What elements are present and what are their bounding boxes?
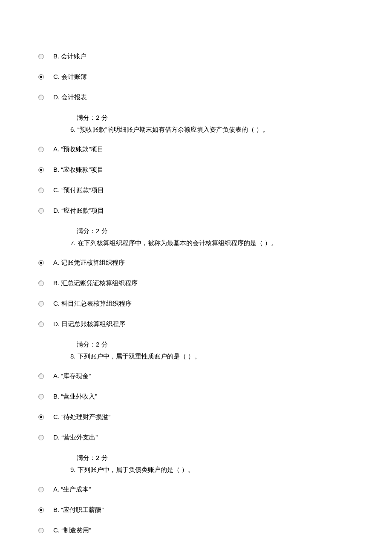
option-label: A. “生产成本”	[53, 484, 91, 494]
option-row[interactable]: C. “制造费用”	[38, 525, 354, 535]
question-stem: 在下列核算组织程序中，被称为最基本的会计核算组织程序的是（ ）。	[78, 239, 277, 246]
option-label: A. 记账凭证核算组织程序	[53, 257, 125, 268]
option-label: C. “待处理财产损溢”	[53, 412, 110, 422]
score-text: 满分：2 分	[77, 339, 354, 350]
radio-icon[interactable]	[38, 321, 44, 327]
score-text: 满分：2 分	[77, 113, 354, 123]
radio-icon[interactable]	[38, 167, 44, 173]
option-row[interactable]: B. “应收账款”项目	[38, 165, 354, 175]
question-text: 8. 下列账户中，属于双重性质账户的是（ ）。	[70, 351, 354, 361]
option-row[interactable]: B. “应付职工薪酬”	[38, 505, 354, 515]
score-text: 满分：2 分	[77, 453, 354, 463]
option-label: D. “应付账款”项目	[53, 205, 104, 216]
question-stem: 下列账户中，属于双重性质账户的是（ ）。	[78, 353, 201, 360]
radio-icon[interactable]	[38, 414, 44, 420]
radio-icon[interactable]	[38, 147, 44, 152]
radio-icon[interactable]	[38, 487, 44, 492]
radio-icon[interactable]	[38, 260, 44, 266]
question-text: 6. “预收账款”的明细账户期末如有借方余额应填入资产负债表的（ ）。	[70, 124, 354, 135]
option-label: B. “营业外收入”	[53, 391, 97, 402]
option-row[interactable]: A. “生产成本”	[38, 484, 354, 494]
radio-icon[interactable]	[38, 528, 44, 533]
option-row[interactable]: C. “待处理财产损溢”	[38, 412, 354, 422]
score-text: 满分：2 分	[77, 226, 354, 236]
radio-icon[interactable]	[38, 95, 44, 100]
option-label: C. 科目汇总表核算组织程序	[53, 298, 132, 309]
option-label: C. “预付账款”项目	[53, 185, 104, 195]
question-number: 7.	[70, 239, 76, 246]
option-row[interactable]: A. “预收账款”项目	[38, 144, 354, 154]
option-label: B. 会计账户	[53, 51, 86, 61]
radio-icon[interactable]	[38, 507, 44, 513]
option-label: C. “制造费用”	[53, 525, 91, 535]
option-label: B. “应收账款”项目	[53, 165, 104, 175]
option-row[interactable]: D. “营业外支出”	[38, 432, 354, 442]
option-label: A. “预收账款”项目	[53, 144, 104, 154]
question-text: 9. 下列账户中，属于负债类账户的是（ ）。	[70, 465, 354, 475]
question-text: 7. 在下列核算组织程序中，被称为最基本的会计核算组织程序的是（ ）。	[70, 238, 354, 248]
question-number: 9.	[70, 466, 76, 473]
option-label: C. 会计账簿	[53, 72, 87, 82]
option-row[interactable]: C. 会计账簿	[38, 72, 354, 82]
option-label: D. “营业外支出”	[53, 432, 98, 442]
question-list: B. 会计账户C. 会计账簿D. 会计报表满分：2 分6. “预收账款”的明细账…	[38, 51, 354, 535]
question-stem: “预收账款”的明细账户期末如有借方余额应填入资产负债表的（ ）。	[78, 126, 269, 133]
option-label: D. 日记总账核算组织程序	[53, 319, 125, 329]
option-row[interactable]: A. “库存现金”	[38, 371, 354, 381]
option-row[interactable]: D. 会计报表	[38, 92, 354, 102]
radio-icon[interactable]	[38, 208, 44, 214]
radio-icon[interactable]	[38, 188, 44, 193]
radio-icon[interactable]	[38, 74, 44, 80]
option-row[interactable]: D. 日记总账核算组织程序	[38, 319, 354, 329]
option-label: D. 会计报表	[53, 92, 87, 102]
option-row[interactable]: B. 会计账户	[38, 51, 354, 61]
radio-icon[interactable]	[38, 394, 44, 399]
question-stem: 下列账户中，属于负债类账户的是（ ）。	[78, 466, 194, 473]
radio-icon[interactable]	[38, 435, 44, 440]
radio-icon[interactable]	[38, 54, 44, 59]
option-label: B. “应付职工薪酬”	[53, 505, 104, 515]
question-number: 6.	[70, 126, 76, 133]
radio-icon[interactable]	[38, 373, 44, 379]
option-row[interactable]: D. “应付账款”项目	[38, 205, 354, 216]
question-number: 8.	[70, 353, 76, 360]
radio-icon[interactable]	[38, 280, 44, 286]
option-row[interactable]: C. “预付账款”项目	[38, 185, 354, 195]
radio-icon[interactable]	[38, 301, 44, 306]
option-row[interactable]: B. “营业外收入”	[38, 391, 354, 402]
option-row[interactable]: C. 科目汇总表核算组织程序	[38, 298, 354, 309]
option-row[interactable]: B. 汇总记账凭证核算组织程序	[38, 278, 354, 288]
option-label: A. “库存现金”	[53, 371, 91, 381]
option-label: B. 汇总记账凭证核算组织程序	[53, 278, 138, 288]
option-row[interactable]: A. 记账凭证核算组织程序	[38, 257, 354, 268]
